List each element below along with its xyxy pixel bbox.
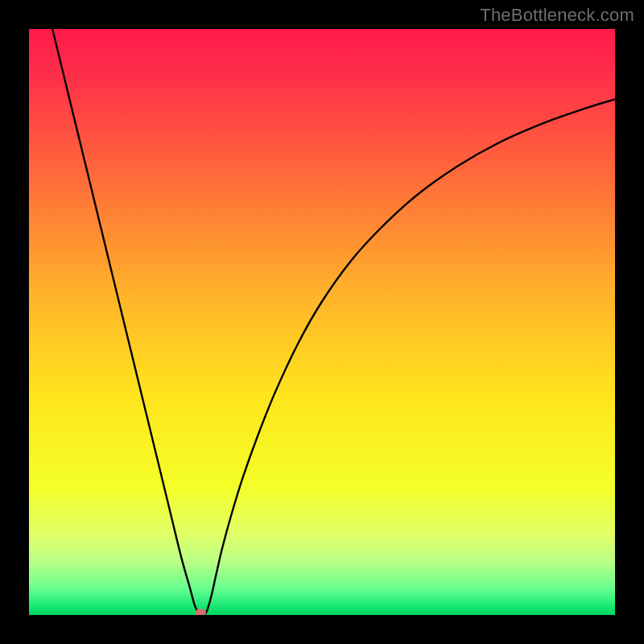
plot-area	[29, 29, 615, 615]
watermark-text: TheBottleneck.com	[480, 5, 634, 26]
bottleneck-curve	[29, 29, 615, 615]
optimal-point-marker	[195, 609, 206, 615]
chart-frame: TheBottleneck.com	[0, 0, 644, 644]
